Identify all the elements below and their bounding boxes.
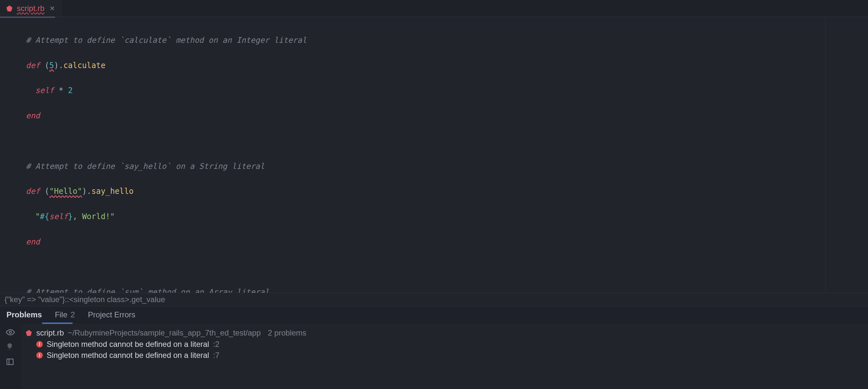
breadcrumb[interactable]: {"key" => "value"}::<singleton class>.ge… [0, 293, 868, 306]
ruby-icon [6, 5, 13, 12]
problems-file-path: ~/RubymineProjects/sample_rails_app_7th_… [68, 328, 261, 337]
layout-icon[interactable] [6, 358, 15, 367]
code-comment: # Attempt to define `calculate` method o… [26, 36, 307, 45]
panel-tab-bar: Problems File 2 Project Errors [0, 306, 868, 324]
editor[interactable]: # Attempt to define `calculate` method o… [0, 17, 868, 293]
ruby-icon [25, 329, 32, 336]
eye-icon[interactable] [6, 328, 15, 337]
editor-tab[interactable]: script.rb ✕ [0, 0, 62, 17]
code-comment: # Attempt to define `sum` method on an A… [26, 287, 269, 293]
problem-item[interactable]: ! Singleton method cannot be defined on … [25, 339, 864, 350]
editor-gutter [0, 17, 25, 293]
code-comment: # Attempt to define `say_hello` on a Str… [26, 162, 265, 171]
problems-file-row[interactable]: script.rb ~/RubymineProjects/sample_rail… [25, 327, 864, 339]
tab-file[interactable]: File 2 [55, 310, 75, 324]
panel-body: script.rb ~/RubymineProjects/sample_rail… [0, 324, 868, 389]
code-area[interactable]: # Attempt to define `calculate` method o… [25, 17, 825, 293]
panel-tab-indicator [42, 323, 72, 324]
lightbulb-icon[interactable] [6, 343, 15, 352]
editor-tab-bar: script.rb ✕ [0, 0, 868, 17]
problems-file-name: script.rb [36, 328, 64, 337]
panel-content: script.rb ~/RubymineProjects/sample_rail… [21, 324, 868, 389]
problem-item[interactable]: ! Singleton method cannot be defined on … [25, 350, 864, 361]
tab-project-errors[interactable]: Project Errors [88, 310, 135, 324]
error-icon: ! [36, 352, 43, 359]
problems-file-count: 2 problems [268, 328, 306, 337]
tab-problems[interactable]: Problems [6, 310, 42, 324]
tab-title: script.rb [17, 4, 44, 13]
svg-point-0 [9, 331, 12, 334]
error-icon: ! [36, 341, 43, 348]
svg-rect-1 [7, 359, 13, 364]
panel-sidebar [0, 324, 21, 389]
close-icon[interactable]: ✕ [48, 3, 56, 13]
editor-right-strip [825, 17, 868, 293]
problems-panel: Problems File 2 Project Errors [0, 306, 868, 389]
